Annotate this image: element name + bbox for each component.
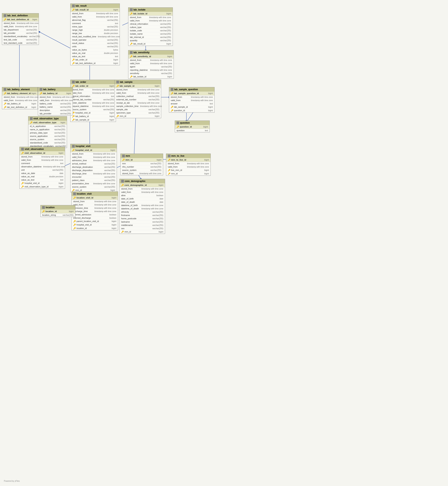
core-demographic-header: core_demographic — [120, 179, 165, 183]
svg-line-2 — [38, 31, 70, 48]
lab-sample-question-pk: 🔑 lab_sample_question_id bigint — [169, 91, 214, 95]
table-icon-13 — [72, 145, 75, 148]
table-icon-15 — [168, 155, 170, 157]
core-demographic-pk: 🔑 core_demographic_id bigint — [120, 183, 165, 187]
lab-sample-question-table: lab_sample_question 🔑 lab_sample_questio… — [169, 87, 215, 113]
location-header: location — [40, 205, 75, 210]
table-icon-14 — [122, 155, 125, 157]
lab-sensitivity-pk: 🔑 lab_sensitivity_id bigint — [128, 55, 174, 58]
lab-sensitivity-header: lab_sensitivity — [128, 50, 174, 55]
lab-battery-element-header: lab_battery_element — [2, 87, 38, 91]
question-header: question — [175, 121, 209, 125]
core-demographic-title: core_demographic — [125, 180, 145, 182]
lab-order-title: lab_order — [76, 81, 86, 83]
visit-observation-type-pk: 🔑 visit_observation_type bigint — [28, 121, 67, 125]
lab-sensitivity-title: lab_sensitivity — [133, 51, 150, 54]
table-icon — [72, 4, 75, 7]
lab-isolate-pk: 🔑 lab_isolate_id bigint — [128, 12, 173, 16]
mrn-to-live-table: mrn_to_live 🔑 mrn_to_live_id bigint stor… — [166, 154, 211, 176]
table-icon-4 — [130, 51, 133, 54]
lab-test-definition-table: lab_test_definition 🔑 lab_test_definitio… — [2, 13, 39, 45]
lab-order-table: lab_order 🔑 lab_order_id bigint stored_f… — [70, 80, 116, 122]
table-icon-3 — [130, 8, 133, 11]
lab-sensitivity-table: lab_sensitivity 🔑 lab_sensitivity_id big… — [128, 50, 174, 79]
table-icon-7 — [4, 88, 6, 91]
lab-result-title: lab_result — [76, 4, 87, 7]
location-title: location — [46, 206, 55, 209]
table-icon-12 — [21, 148, 24, 150]
lab-battery-pk: 🔑 lab_battery_id bigint — [38, 91, 73, 95]
hospital-visit-title: hospital_visit — [76, 145, 90, 148]
lab-order-header: lab_order — [71, 80, 116, 84]
visit-observation-type-title: visit_observation_type — [33, 117, 59, 120]
lab-battery-header: lab_battery — [38, 87, 73, 91]
mrn-title: mrn — [126, 155, 130, 157]
mrn-table: mrn 🔑 mrn_id bigint mrnvarchar(255) nhs_… — [120, 154, 163, 175]
question-table: question 🔑 question_id bigint questionte… — [175, 121, 210, 132]
lab-sample-question-header: lab_sample_question — [169, 87, 214, 91]
location-visit-table: location_visit 🔑 location_visit_id bigin… — [72, 191, 118, 230]
table-icon-17 — [73, 192, 76, 195]
table-icon-5 — [72, 81, 75, 83]
visit-observation-title: visit_observation — [25, 148, 44, 150]
table-icon-10 — [176, 122, 179, 124]
lab-battery-element-table: lab_battery_element 🔑 lab_battery_elemen… — [2, 87, 38, 109]
location-pk: 🔑 location_id bigint — [40, 210, 75, 214]
mrn-to-live-title: mrn_to_live — [171, 155, 184, 157]
lab-test-definition-pk: 🔑 lab_test_definition_id bigint — [2, 18, 39, 22]
lab-test-definition-header: lab_test_definition — [2, 13, 39, 18]
lab-battery-element-title: lab_battery_element — [7, 88, 30, 91]
table-icon-6 — [40, 88, 42, 91]
lab-isolate-title: lab_isolate — [133, 8, 145, 11]
mrn-to-live-pk: 🔑 mrn_to_live_id bigint — [166, 158, 210, 162]
svg-line-12 — [134, 112, 136, 157]
lab-sample-title: lab_sample — [120, 81, 132, 83]
location-visit-title: location_visit — [77, 192, 92, 195]
table-icon-18 — [42, 206, 45, 209]
lab-result-pk: 🔑 lab_result_id bigint — [71, 8, 120, 12]
lab-test-definition-title: lab_test_definition — [7, 14, 28, 17]
lab-sample-header: lab_sample — [115, 80, 161, 84]
question-pk: 🔑 question_id bigint — [175, 125, 209, 129]
lab-battery-element-pk: 🔑 lab_battery_element_id bigint — [2, 91, 38, 95]
lab-isolate-header: lab_isolate — [128, 8, 173, 12]
table-icon-9 — [171, 88, 173, 91]
lab-sample-pk: 🔑 lab_sample_id bigint — [115, 84, 161, 88]
footer-text: Powered by yFiles — [4, 480, 20, 482]
lab-result-header: lab_result — [71, 4, 120, 8]
mrn-pk: 🔑 mrn_id bigint — [120, 158, 163, 162]
visit-observation-header: visit_observation — [20, 147, 65, 151]
lab-isolate-table: lab_isolate 🔑 lab_isolate_id bigint stor… — [128, 7, 173, 46]
lab-battery-title: lab_battery — [43, 88, 56, 91]
lab-order-pk: 🔑 lab_order_id bigint — [71, 84, 116, 88]
hospital-visit-header: hospital_visit — [71, 144, 117, 148]
lab-sample-table: lab_sample 🔑 lab_sample_id bigint stored… — [115, 80, 161, 118]
location-visit-header: location_visit — [72, 192, 118, 196]
mrn-to-live-header: mrn_to_live — [166, 154, 210, 158]
question-title: question — [180, 122, 190, 124]
core-demographic-table: core_demographic 🔑 core_demographic_id b… — [120, 179, 165, 234]
mrn-header: mrn — [120, 154, 163, 158]
table-icon-2 — [4, 14, 6, 17]
location-visit-pk: 🔑 location_visit_id bigint — [72, 196, 118, 200]
hospital-visit-pk: 🔑 hospital_visit_id bigint — [71, 148, 117, 152]
lab-battery-table: lab_battery 🔑 lab_battery_id bigint stor… — [38, 87, 73, 115]
lab-result-table: lab_result 🔑 lab_result_id bigint stored… — [70, 3, 120, 65]
visit-observation-type-header: visit_observation_type — [28, 116, 67, 121]
table-icon-16 — [121, 180, 124, 182]
hospital-visit-table: hospital_visit 🔑 hospital_visit_id bigin… — [70, 144, 117, 192]
lab-sample-question-title: lab_sample_question — [174, 88, 198, 91]
visit-observation-pk: 🔑 visit_observation_id bigint — [20, 151, 65, 155]
table-icon-8 — [116, 81, 119, 83]
visit-observation-type-table: visit_observation_type 🔑 visit_observati… — [28, 116, 67, 148]
visit-observation-table: visit_observation 🔑 visit_observation_id… — [19, 147, 65, 189]
footer: Powered by yFiles — [4, 480, 20, 482]
location-table: location 🔑 location_id bigint location_s… — [40, 205, 75, 217]
table-icon-11 — [30, 117, 33, 120]
